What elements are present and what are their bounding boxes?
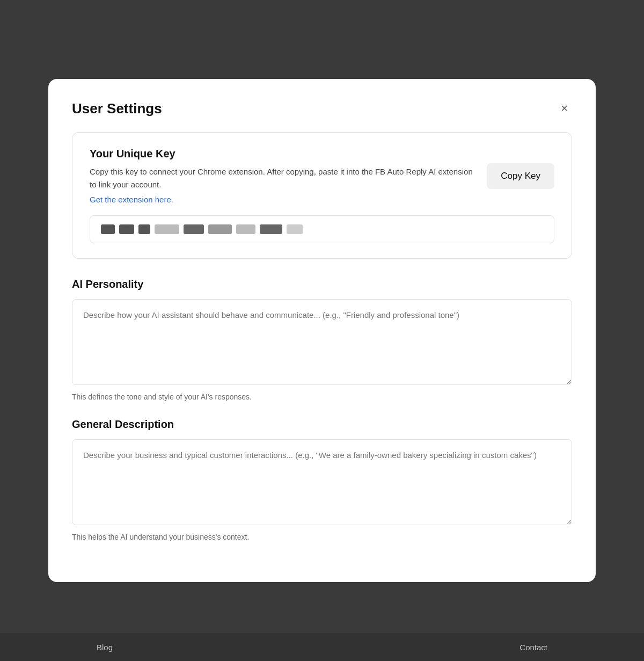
key-block-1 (101, 224, 115, 234)
copy-key-button[interactable]: Copy Key (487, 163, 554, 189)
key-block-5 (184, 224, 204, 234)
key-display-box (90, 215, 554, 243)
general-description-title: General Description (72, 418, 572, 431)
extension-link[interactable]: Get the extension here. (90, 195, 173, 204)
unique-key-title: Your Unique Key (90, 148, 474, 160)
key-block-9 (287, 224, 303, 234)
footer-contact-link[interactable]: Contact (519, 643, 547, 652)
key-block-4 (155, 224, 179, 234)
general-description-textarea[interactable] (72, 439, 572, 525)
key-block-3 (138, 224, 150, 234)
ai-personality-textarea[interactable] (72, 299, 572, 385)
ai-personality-title: AI Personality (72, 278, 572, 290)
footer-bar: Blog Contact (0, 633, 644, 661)
close-button[interactable]: × (557, 100, 572, 117)
key-block-2 (119, 224, 134, 234)
footer-blog-link[interactable]: Blog (97, 643, 113, 652)
unique-key-description: Copy this key to connect your Chrome ext… (90, 165, 474, 191)
unique-key-inner: Your Unique Key Copy this key to connect… (90, 148, 554, 205)
unique-key-text: Your Unique Key Copy this key to connect… (90, 148, 474, 205)
key-block-8 (260, 224, 282, 234)
modal-title: User Settings (72, 100, 162, 117)
general-description-hint: This helps the AI understand your busine… (72, 533, 572, 541)
modal-header: User Settings × (72, 100, 572, 117)
ai-personality-description: This defines the tone and style of your … (72, 393, 572, 401)
key-block-7 (236, 224, 255, 234)
unique-key-card: Your Unique Key Copy this key to connect… (72, 132, 572, 259)
overlay: User Settings × Your Unique Key Copy thi… (0, 0, 644, 661)
modal-container: User Settings × Your Unique Key Copy thi… (48, 79, 596, 582)
general-description-section: General Description This helps the AI un… (72, 418, 572, 541)
ai-personality-section: AI Personality This defines the tone and… (72, 278, 572, 401)
key-block-6 (208, 224, 232, 234)
